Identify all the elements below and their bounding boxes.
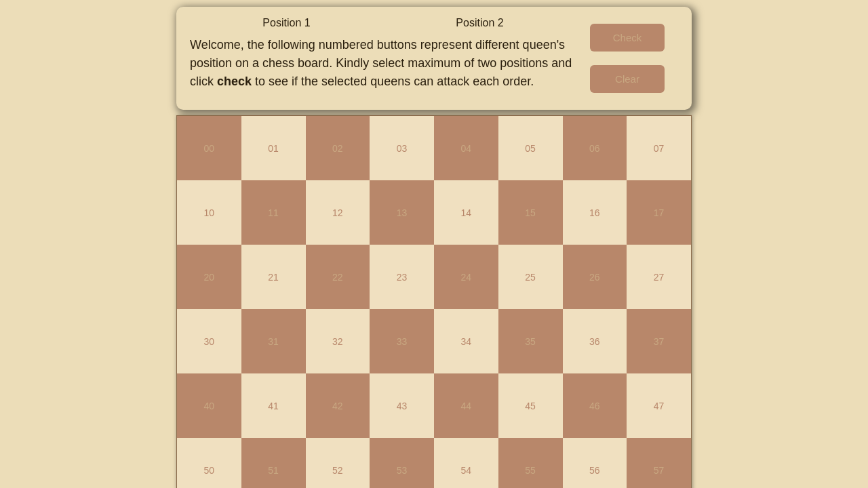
- chess-cell-14[interactable]: 14: [434, 180, 498, 245]
- description-end: to see if the selected queens can attack…: [252, 75, 534, 88]
- chess-cell-33[interactable]: 33: [370, 309, 434, 373]
- chess-row-1: 1011121314151617: [177, 180, 691, 245]
- chess-cell-04[interactable]: 04: [434, 116, 498, 180]
- positions-row: Position 1 Position 2: [190, 17, 576, 29]
- clear-button[interactable]: Clear: [590, 65, 665, 93]
- chess-cell-06[interactable]: 06: [563, 116, 627, 180]
- chess-cell-20[interactable]: 20: [177, 245, 241, 309]
- chess-cell-26[interactable]: 26: [563, 245, 627, 309]
- chess-cell-25[interactable]: 25: [498, 245, 563, 309]
- chess-cell-11[interactable]: 11: [241, 180, 306, 245]
- info-panel: Position 1 Position 2 Welcome, the follo…: [176, 7, 692, 110]
- chess-cell-53[interactable]: 53: [370, 438, 434, 488]
- chess-cell-32[interactable]: 32: [306, 309, 370, 373]
- chess-cell-10[interactable]: 10: [177, 180, 241, 245]
- chess-cell-51[interactable]: 51: [241, 438, 306, 488]
- chess-cell-24[interactable]: 24: [434, 245, 498, 309]
- chess-cell-55[interactable]: 55: [498, 438, 563, 488]
- description-bold: check: [217, 75, 252, 88]
- chess-cell-54[interactable]: 54: [434, 438, 498, 488]
- chess-cell-16[interactable]: 16: [563, 180, 627, 245]
- chess-cell-50[interactable]: 50: [177, 438, 241, 488]
- chess-cell-07[interactable]: 07: [627, 116, 691, 180]
- chess-cell-42[interactable]: 42: [306, 373, 370, 438]
- chess-cell-52[interactable]: 52: [306, 438, 370, 488]
- chess-cell-31[interactable]: 31: [241, 309, 306, 373]
- chess-row-2: 2021222324252627: [177, 245, 691, 309]
- chess-cell-23[interactable]: 23: [370, 245, 434, 309]
- chess-cell-37[interactable]: 37: [627, 309, 691, 373]
- chess-row-0: 0001020304050607: [177, 116, 691, 180]
- chess-cell-02[interactable]: 02: [306, 116, 370, 180]
- chess-cell-35[interactable]: 35: [498, 309, 563, 373]
- chess-cell-15[interactable]: 15: [498, 180, 563, 245]
- chess-row-4: 4041424344454647: [177, 373, 691, 438]
- chess-row-5: 5051525354555657: [177, 438, 691, 488]
- chess-cell-56[interactable]: 56: [563, 438, 627, 488]
- chess-row-3: 3031323334353637: [177, 309, 691, 373]
- chess-cell-05[interactable]: 05: [498, 116, 563, 180]
- chess-cell-45[interactable]: 45: [498, 373, 563, 438]
- info-right: Check Clear: [576, 17, 678, 100]
- chess-cell-03[interactable]: 03: [370, 116, 434, 180]
- chess-cell-13[interactable]: 13: [370, 180, 434, 245]
- chess-cell-47[interactable]: 47: [627, 373, 691, 438]
- chess-cell-34[interactable]: 34: [434, 309, 498, 373]
- chess-cell-43[interactable]: 43: [370, 373, 434, 438]
- chess-cell-36[interactable]: 36: [563, 309, 627, 373]
- chess-cell-57[interactable]: 57: [627, 438, 691, 488]
- info-left: Position 1 Position 2 Welcome, the follo…: [190, 17, 576, 91]
- chess-cell-00[interactable]: 00: [177, 116, 241, 180]
- chess-cell-27[interactable]: 27: [627, 245, 691, 309]
- chess-cell-17[interactable]: 17: [627, 180, 691, 245]
- position2-label: Position 2: [383, 17, 576, 29]
- check-button[interactable]: Check: [590, 24, 665, 52]
- chess-cell-22[interactable]: 22: [306, 245, 370, 309]
- description-text: Welcome, the following numbered buttons …: [190, 36, 576, 91]
- chess-cell-46[interactable]: 46: [563, 373, 627, 438]
- main-container: Position 1 Position 2 Welcome, the follo…: [176, 7, 692, 488]
- position1-label: Position 1: [190, 17, 383, 29]
- chess-cell-40[interactable]: 40: [177, 373, 241, 438]
- chess-cell-12[interactable]: 12: [306, 180, 370, 245]
- chess-cell-41[interactable]: 41: [241, 373, 306, 438]
- chess-cell-44[interactable]: 44: [434, 373, 498, 438]
- chess-cell-01[interactable]: 01: [241, 116, 306, 180]
- chess-cell-30[interactable]: 30: [177, 309, 241, 373]
- chess-cell-21[interactable]: 21: [241, 245, 306, 309]
- chess-board: 0001020304050607101112131415161720212223…: [176, 115, 692, 488]
